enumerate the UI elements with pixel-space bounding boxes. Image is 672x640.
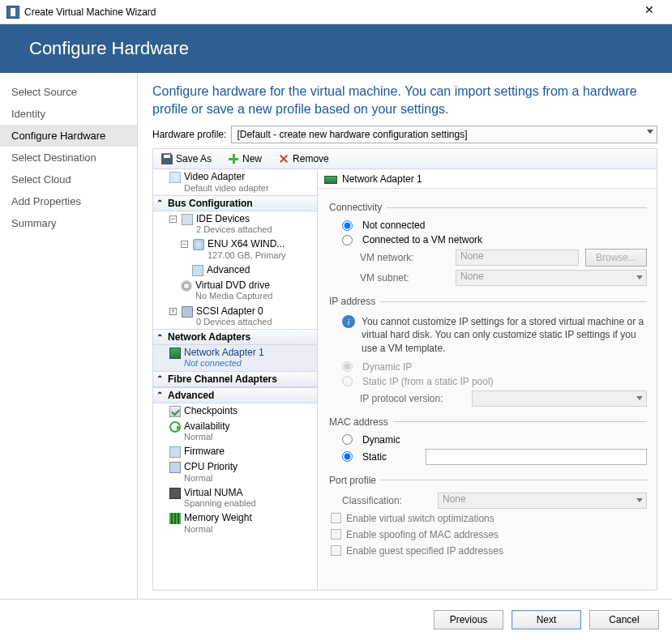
vm-network-label: VM network: xyxy=(360,252,449,263)
saveas-button[interactable]: Save As xyxy=(158,153,215,164)
tree-cat-network[interactable]: ⌃Network Adapters xyxy=(153,329,317,345)
chk-guest-ip: Enable guest specified IP addresses xyxy=(327,543,647,559)
next-button[interactable]: Next xyxy=(511,610,581,629)
group-connectivity-legend: Connectivity xyxy=(327,202,387,213)
cancel-button[interactable]: Cancel xyxy=(589,610,659,629)
save-icon xyxy=(161,153,173,164)
expand-icon[interactable]: + xyxy=(169,308,177,315)
step-select-cloud[interactable]: Select Cloud xyxy=(0,169,137,190)
window-title: Create Virtual Machine Wizard xyxy=(24,6,156,18)
delete-icon xyxy=(278,153,289,164)
cpu-icon xyxy=(169,462,181,473)
tree-cpu-priority[interactable]: CPU PriorityNormal xyxy=(153,459,317,485)
radio-connected-vm-network[interactable] xyxy=(342,235,353,245)
collapse-icon: ⌃ xyxy=(156,198,165,207)
collapse-icon: ⌃ xyxy=(156,333,165,342)
tree-nic1[interactable]: Network Adapter 1Not connected xyxy=(153,345,317,371)
chk-mac-spoofing: Enable spoofing of MAC addresses xyxy=(327,527,647,543)
chk-vswitch-opt: Enable virtual switch optimizations xyxy=(327,510,647,527)
checkpoints-icon xyxy=(169,406,181,417)
tree-disk[interactable]: − ENU X64 WIND...127.00 GB, Primary xyxy=(153,237,317,262)
tree-scsi[interactable]: + SCSI Adapter 00 Devices attached xyxy=(153,304,317,330)
hardware-profile-combo[interactable]: [Default - create new hardware configura… xyxy=(231,126,657,143)
tree-cat-fc[interactable]: ⌃Fibre Channel Adapters xyxy=(153,371,317,387)
page-banner: Configure Hardware xyxy=(0,24,672,73)
chevron-down-icon xyxy=(636,275,643,279)
ip-info: i You cannot customize IP settings for a… xyxy=(327,312,647,360)
disk-icon xyxy=(193,239,204,250)
video-icon xyxy=(169,172,181,183)
classification-label: Classification: xyxy=(342,495,431,506)
page-icon xyxy=(192,265,203,276)
radio-not-connected[interactable] xyxy=(342,220,353,231)
app-icon xyxy=(6,6,19,19)
ide-icon xyxy=(182,214,193,225)
step-select-destination[interactable]: Select Destination xyxy=(0,147,137,169)
numa-icon xyxy=(169,488,181,499)
hardware-profile-label: Hardware profile: xyxy=(152,129,226,140)
classification-combo: None xyxy=(438,493,647,509)
tree-video-adapter[interactable]: Video AdapterDefault video adapter xyxy=(153,169,317,195)
detail-title: Network Adapter 1 xyxy=(342,173,422,185)
availability-icon xyxy=(169,421,181,433)
tree-cat-advanced[interactable]: ⌃Advanced xyxy=(153,387,317,403)
hardware-toolbar: Save As New Remove xyxy=(152,148,657,169)
tree-firmware[interactable]: Firmware xyxy=(153,444,317,459)
expand-icon[interactable]: − xyxy=(169,215,177,223)
group-port-profile: Port profile Classification: None Enable… xyxy=(327,475,647,561)
plus-icon xyxy=(228,153,239,164)
nic-icon xyxy=(324,176,337,184)
collapse-icon: ⌃ xyxy=(156,390,165,399)
page-heading: Configure Hardware xyxy=(29,38,189,59)
radio-dynamic-ip xyxy=(342,361,353,372)
previous-button[interactable]: Previous xyxy=(434,610,503,629)
tree-checkpoints[interactable]: Checkpoints xyxy=(153,403,317,419)
vm-subnet-label: VM subnet: xyxy=(360,272,449,284)
nic-icon xyxy=(169,348,181,359)
tree-numa[interactable]: Virtual NUMASpanning enabled xyxy=(153,485,317,511)
window-close-button[interactable]: ✕ xyxy=(633,3,666,16)
tree-memory-weight[interactable]: Memory WeightNormal xyxy=(153,510,317,536)
step-summary[interactable]: Summary xyxy=(0,212,137,234)
detail-header: Network Adapter 1 xyxy=(318,169,657,189)
step-add-properties[interactable]: Add Properties xyxy=(0,190,137,212)
checkbox-icon xyxy=(331,529,341,540)
detail-panel: Network Adapter 1 Connectivity Not conne… xyxy=(318,169,657,590)
vm-subnet-combo: None xyxy=(456,270,647,286)
group-port-legend: Port profile xyxy=(327,475,381,486)
chevron-down-icon xyxy=(636,498,643,502)
radio-mac-dynamic[interactable] xyxy=(342,434,353,445)
hardware-tree[interactable]: Video AdapterDefault video adapter ⌃Bus … xyxy=(153,169,318,590)
vm-network-field: None xyxy=(456,250,579,266)
expand-icon[interactable]: − xyxy=(181,241,188,248)
new-button[interactable]: New xyxy=(225,153,265,164)
checkbox-icon xyxy=(331,545,341,556)
group-mac: MAC address Dynamic Static xyxy=(327,416,647,468)
group-ip-legend: IP address xyxy=(327,296,380,307)
group-ip: IP address i You cannot customize IP set… xyxy=(327,296,647,410)
collapse-icon: ⌃ xyxy=(156,374,165,383)
step-configure-hardware[interactable]: Configure Hardware xyxy=(0,125,137,147)
tree-dvd[interactable]: Virtual DVD driveNo Media Captured xyxy=(153,278,317,304)
intro-text: Configure hardware for the virtual machi… xyxy=(152,83,657,117)
hardware-profile-value: [Default - create new hardware configura… xyxy=(237,129,467,140)
browse-button: Browse... xyxy=(585,249,647,267)
mac-address-field[interactable] xyxy=(426,449,647,465)
wizard-footer: Previous Next Cancel xyxy=(0,599,672,640)
radio-static-ip xyxy=(342,376,353,386)
tree-ide-devices[interactable]: − IDE Devices2 Devices attached xyxy=(153,211,317,237)
remove-button[interactable]: Remove xyxy=(275,153,332,164)
cd-icon xyxy=(181,280,192,292)
group-mac-legend: MAC address xyxy=(327,416,393,428)
tree-cat-bus[interactable]: ⌃Bus Configuration xyxy=(153,195,317,211)
wizard-steps: Select Source Identity Configure Hardwar… xyxy=(0,73,138,599)
checkbox-icon xyxy=(331,513,341,523)
ip-proto-combo xyxy=(472,390,647,407)
radio-mac-static[interactable] xyxy=(342,451,353,462)
tree-availability[interactable]: AvailabilityNormal xyxy=(153,419,317,445)
tree-disk-advanced[interactable]: Advanced xyxy=(153,262,317,278)
step-identity[interactable]: Identity xyxy=(0,103,137,125)
ip-proto-label: IP protocol version: xyxy=(360,393,465,404)
step-select-source[interactable]: Select Source xyxy=(0,81,137,103)
group-connectivity: Connectivity Not connected Connected to … xyxy=(327,202,647,289)
